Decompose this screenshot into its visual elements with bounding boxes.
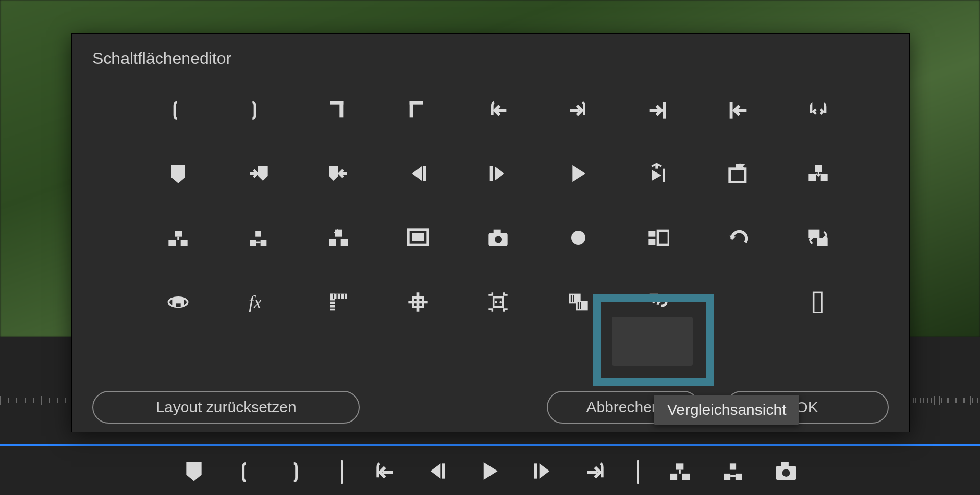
extract-button[interactable] (218, 224, 299, 254)
dialog-title: Schaltflächeneditor (92, 49, 231, 68)
extract-icon (248, 227, 269, 251)
swap-icon (807, 227, 829, 251)
transport-step-fwd-button[interactable] (531, 460, 555, 484)
go-to-out-icon (407, 98, 429, 122)
button-editor-dialog: Schaltflächeneditor Layout zurücksetzen … (71, 33, 910, 432)
step-fwd-icon (487, 163, 509, 186)
transport-button-row (0, 454, 980, 490)
mark-in-button[interactable] (138, 95, 218, 126)
timeline-playhead-line (0, 444, 980, 445)
dialog-separator (87, 376, 894, 376)
rulers-button[interactable] (298, 288, 378, 318)
button-grid (138, 95, 858, 318)
record-button[interactable] (538, 224, 618, 254)
mark-in-icon (167, 98, 189, 122)
undo-button[interactable] (698, 224, 778, 254)
transport-separator (637, 460, 639, 484)
button-bar-icon (807, 291, 829, 315)
step-back-to-in-icon (373, 460, 395, 484)
step-fwd-icon (532, 460, 554, 484)
reset-layout-button[interactable]: Layout zurücksetzen (92, 391, 360, 424)
play-icon (479, 460, 501, 484)
multicam-button[interactable] (618, 224, 698, 254)
record-icon (568, 227, 589, 251)
extract-icon (722, 460, 744, 484)
comparison-view-button[interactable] (538, 288, 618, 318)
transport-step-back-button[interactable] (425, 460, 449, 484)
snapshot-button[interactable] (458, 224, 538, 254)
link-button[interactable] (618, 288, 698, 318)
go-to-prev-edit-icon (727, 98, 749, 122)
undo-icon (727, 227, 749, 251)
transport-step-back-to-in-button[interactable] (372, 460, 396, 484)
step-back-button[interactable] (378, 159, 458, 190)
add-marker-icon (167, 163, 189, 186)
play-icon (568, 163, 589, 186)
go-to-out-button[interactable] (378, 95, 458, 126)
rulers-icon (328, 291, 349, 315)
app-root: Schaltflächeneditor Layout zurücksetzen … (0, 0, 980, 495)
swap-button[interactable] (778, 224, 858, 254)
insert-overwrite-button[interactable] (778, 159, 858, 190)
snapshot-icon (775, 460, 797, 484)
step-fwd-to-out-button[interactable] (538, 95, 618, 126)
step-back-to-in-button[interactable] (458, 95, 538, 126)
fx-icon (248, 291, 269, 315)
snapshot-icon (487, 227, 509, 251)
vr-video-button[interactable] (138, 288, 218, 318)
multicam-icon (647, 227, 669, 251)
play-button[interactable] (538, 159, 618, 190)
safe-margins-icon (407, 227, 429, 251)
overwrite-icon (328, 227, 349, 251)
add-marker-button[interactable] (138, 159, 218, 190)
grid-icon (407, 291, 429, 315)
lift-icon (167, 227, 189, 251)
transport-mark-in-button[interactable] (235, 460, 259, 484)
play-in-out-button[interactable] (618, 159, 698, 190)
mark-out-button[interactable] (218, 95, 299, 126)
transport-step-fwd-to-out-button[interactable] (584, 460, 608, 484)
transport-mark-out-button[interactable] (288, 460, 312, 484)
export-frame-button[interactable] (698, 159, 778, 190)
mark-out-icon (289, 460, 311, 484)
step-fwd-button[interactable] (458, 159, 538, 190)
go-to-in-button[interactable] (298, 95, 378, 126)
prev-marker-button[interactable] (298, 159, 378, 190)
in-out-around-button[interactable] (778, 95, 858, 126)
transport-play-button[interactable] (478, 460, 502, 484)
lift-icon (669, 460, 691, 484)
tooltip: Vergleichsansicht (654, 395, 799, 425)
step-back-icon (426, 460, 448, 484)
overwrite-button[interactable] (298, 224, 378, 254)
lift-button[interactable] (138, 224, 218, 254)
transport-snapshot-button[interactable] (774, 460, 798, 484)
transport-separator (341, 460, 343, 484)
go-to-next-edit-icon (647, 98, 669, 122)
mark-in-icon (236, 460, 258, 484)
go-to-next-edit-button[interactable] (618, 95, 698, 126)
transport-add-marker-button[interactable] (182, 460, 206, 484)
button-bar-button[interactable] (778, 288, 858, 318)
insert-overwrite-icon (807, 163, 829, 186)
safe-margins-button[interactable] (378, 224, 458, 254)
play-in-out-icon (647, 163, 669, 186)
fx-button[interactable] (218, 288, 299, 318)
proxy-button[interactable] (458, 288, 538, 318)
next-marker-icon (248, 163, 269, 186)
add-marker-icon (183, 460, 205, 484)
comparison-view-hover-bg (612, 317, 693, 366)
grid-button[interactable] (378, 288, 458, 318)
link-icon (647, 291, 669, 315)
comparison-view-icon (568, 291, 589, 315)
step-fwd-to-out-icon (568, 98, 589, 122)
next-marker-button[interactable] (218, 159, 299, 190)
export-frame-icon (727, 163, 749, 186)
prev-marker-icon (328, 163, 349, 186)
transport-lift-button[interactable] (668, 460, 692, 484)
go-to-in-icon (328, 98, 349, 122)
go-to-prev-edit-button[interactable] (698, 95, 778, 126)
step-back-to-in-icon (487, 98, 509, 122)
in-out-around-icon (807, 98, 829, 122)
transport-extract-button[interactable] (721, 460, 745, 484)
step-back-icon (407, 163, 429, 186)
